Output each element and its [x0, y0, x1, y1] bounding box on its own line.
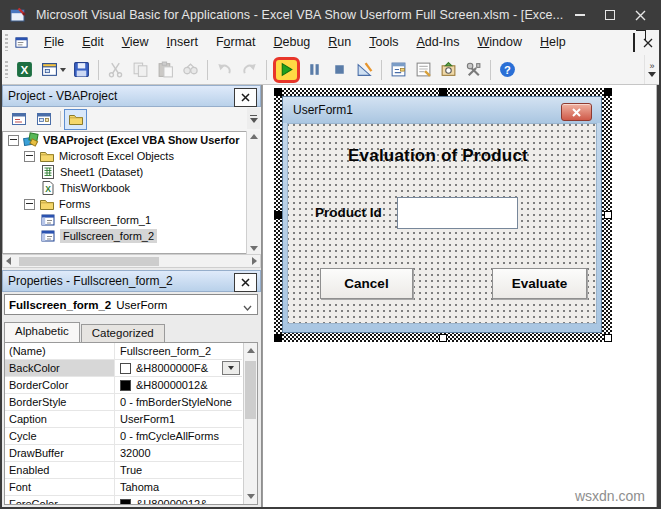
- property-value[interactable]: 0 - fmBorderStyleNone: [115, 394, 242, 410]
- resize-handle[interactable]: [274, 211, 282, 219]
- scrollbar-thumb[interactable]: [245, 361, 256, 419]
- prop-row-enabled[interactable]: EnabledTrue: [5, 462, 242, 479]
- tree-item-vbaproject-excel-vba-show-userfor[interactable]: VBAProject (Excel VBA Show Userfor: [3, 132, 260, 148]
- view-code-button[interactable]: [7, 109, 30, 130]
- userform-design-window[interactable]: UserForm1 Evaluation of Product Product …: [282, 96, 602, 333]
- toolbox-button[interactable]: [461, 57, 486, 82]
- userform-titlebar[interactable]: UserForm1: [283, 97, 601, 123]
- properties-panel-header[interactable]: Properties - Fullscreen_form_2: [2, 270, 261, 292]
- userform-selection-frame[interactable]: UserForm1 Evaluation of Product Product …: [274, 88, 612, 342]
- property-value[interactable]: 32000: [115, 445, 242, 461]
- project-panel-header[interactable]: Project - VBAProject: [2, 85, 261, 107]
- product-id-input[interactable]: [397, 197, 518, 229]
- scroll-up-icon[interactable]: [247, 348, 255, 353]
- evaluate-button[interactable]: Evaluate: [492, 268, 587, 299]
- prop-row-backcolor[interactable]: BackColor&H8000000F&: [5, 360, 242, 377]
- property-value[interactable]: &H80000012&: [115, 496, 242, 505]
- tree-item-thisworkbook[interactable]: XThisWorkbook: [3, 180, 260, 196]
- resize-handle[interactable]: [439, 334, 447, 342]
- view-microsoft-excel-button[interactable]: X: [12, 57, 37, 82]
- design-mode-button[interactable]: [352, 57, 377, 82]
- prop-row-name[interactable]: (Name)Fullscreen_form_2: [5, 343, 242, 360]
- project-tree-horizontal-scrollbar[interactable]: [2, 254, 261, 268]
- find-button[interactable]: [178, 57, 203, 82]
- prop-row-forecolor[interactable]: ForeColor&H80000012&: [5, 496, 242, 505]
- resize-handle[interactable]: [274, 334, 282, 342]
- property-value[interactable]: UserForm1: [115, 411, 242, 427]
- properties-window-button[interactable]: [411, 57, 436, 82]
- property-value[interactable]: 0 - fmCycleAllForms: [115, 428, 242, 444]
- object-browser-button[interactable]: [436, 57, 461, 82]
- menu-run[interactable]: Run: [319, 30, 360, 55]
- collapse-icon[interactable]: [24, 199, 35, 210]
- maximize-button[interactable]: [595, 0, 625, 30]
- scroll-up-icon[interactable]: [250, 134, 258, 139]
- menu-add-ins[interactable]: Add-Ins: [407, 30, 468, 55]
- toolbar-options-button[interactable]: »: [644, 55, 659, 84]
- tree-item-sheet1-dataset[interactable]: Sheet1 (Dataset): [3, 164, 260, 180]
- project-panel-close-icon[interactable]: [234, 88, 257, 107]
- insert-userform-button[interactable]: [37, 57, 69, 82]
- break-button[interactable]: [302, 57, 327, 82]
- resize-handle[interactable]: [274, 88, 282, 96]
- view-object-button[interactable]: [32, 109, 55, 130]
- prop-row-font[interactable]: FontTahoma: [5, 479, 242, 496]
- scroll-left-icon[interactable]: [6, 257, 11, 265]
- menu-window[interactable]: Window: [469, 30, 531, 55]
- project-toolbar-options-button[interactable]: [247, 108, 260, 129]
- project-tree-vertical-scrollbar[interactable]: [246, 131, 261, 254]
- resize-handle[interactable]: [604, 334, 612, 342]
- mdi-restore-button[interactable]: [633, 34, 635, 52]
- cancel-button[interactable]: Cancel: [320, 268, 413, 299]
- menu-format[interactable]: Format: [207, 30, 265, 55]
- save-button[interactable]: [69, 57, 94, 82]
- property-grid-scrollbar[interactable]: [243, 343, 257, 504]
- close-button[interactable]: [625, 0, 655, 30]
- scrollbar-thumb[interactable]: [19, 257, 159, 266]
- undo-button[interactable]: [212, 57, 237, 82]
- paste-button[interactable]: [153, 57, 178, 82]
- property-value[interactable]: True: [115, 462, 242, 478]
- tree-item-microsoft-excel-objects[interactable]: Microsoft Excel Objects: [3, 148, 260, 164]
- reset-button[interactable]: [327, 57, 352, 82]
- scroll-down-icon[interactable]: [247, 494, 255, 499]
- scroll-right-icon[interactable]: [252, 257, 257, 265]
- dropdown-button[interactable]: [222, 361, 240, 375]
- menu-debug[interactable]: Debug: [264, 30, 319, 55]
- menu-file[interactable]: File: [35, 30, 73, 55]
- menu-insert[interactable]: Insert: [158, 30, 207, 55]
- prop-row-borderstyle[interactable]: BorderStyle0 - fmBorderStyleNone: [5, 394, 242, 411]
- object-selector-combobox[interactable]: Fullscreen_form_2 UserForm: [4, 294, 258, 315]
- prop-row-caption[interactable]: CaptionUserForm1: [5, 411, 242, 428]
- toolbar-grip-handle[interactable]: [5, 61, 8, 78]
- cut-button[interactable]: [103, 57, 128, 82]
- help-button[interactable]: ?: [495, 57, 520, 82]
- run-sub-userform-button[interactable]: [273, 57, 300, 83]
- prop-row-bordercolor[interactable]: BorderColor&H80000012&: [5, 377, 242, 394]
- menu-tools[interactable]: Tools: [360, 30, 407, 55]
- minimize-button[interactable]: [565, 0, 595, 30]
- menu-edit[interactable]: Edit: [73, 30, 113, 55]
- menubar-grip-handle[interactable]: [5, 34, 8, 51]
- project-explorer-button[interactable]: [386, 57, 411, 82]
- resize-handle[interactable]: [604, 211, 612, 219]
- tree-item-fullscreen-form-2[interactable]: Fullscreen_form_2: [3, 228, 260, 244]
- property-value[interactable]: &H8000000F&: [115, 360, 242, 376]
- property-value[interactable]: &H80000012&: [115, 377, 242, 393]
- tree-item-forms[interactable]: Forms: [3, 196, 260, 212]
- menu-view[interactable]: View: [113, 30, 158, 55]
- property-value[interactable]: Fullscreen_form_2: [115, 343, 242, 359]
- tree-item-fullscreen-form-1[interactable]: Fullscreen_form_1: [3, 212, 260, 228]
- scroll-down-icon[interactable]: [250, 246, 258, 251]
- dropdown-arrow-icon[interactable]: [60, 68, 66, 72]
- menu-help[interactable]: Help: [531, 30, 575, 55]
- property-value[interactable]: Tahoma: [115, 479, 242, 495]
- properties-panel-close-icon[interactable]: [234, 273, 257, 292]
- userform-close-icon[interactable]: [561, 103, 592, 121]
- resize-handle[interactable]: [439, 88, 447, 96]
- tab-alphabetic[interactable]: Alphabetic: [4, 322, 80, 342]
- collapse-icon[interactable]: [24, 151, 35, 162]
- resize-handle[interactable]: [604, 88, 612, 96]
- copy-button[interactable]: [128, 57, 153, 82]
- collapse-icon[interactable]: [8, 135, 19, 146]
